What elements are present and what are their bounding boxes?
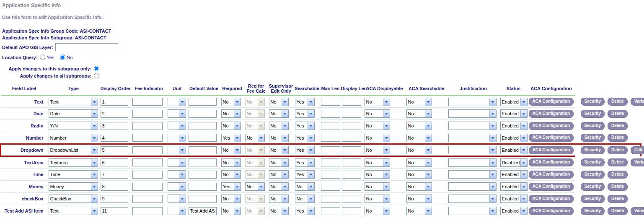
delete-button[interactable]: Delete: [608, 183, 628, 191]
security-button[interactable]: Security: [581, 183, 605, 191]
type-select[interactable]: Text: [49, 98, 98, 106]
unit-select[interactable]: [168, 170, 186, 179]
aca-configuration-button[interactable]: ACA Configuration: [529, 98, 574, 106]
required-select[interactable]: No: [221, 207, 241, 215]
default-value-input[interactable]: [189, 134, 217, 142]
max-len-input[interactable]: [321, 122, 340, 130]
security-button[interactable]: Security: [581, 171, 605, 179]
default-value-input[interactable]: [189, 195, 217, 203]
searchable-select[interactable]: No: [295, 182, 315, 191]
supervisor-edit-only-select[interactable]: No: [269, 134, 289, 142]
max-len-input[interactable]: [321, 134, 340, 142]
status-select[interactable]: Enabled: [500, 207, 528, 215]
req-fee-calc-select[interactable]: No: [245, 207, 265, 215]
supervisor-edit-only-select[interactable]: No: [269, 207, 289, 215]
aca-configuration-button[interactable]: ACA Configuration: [529, 122, 574, 130]
searchable-select[interactable]: Yes: [295, 146, 315, 154]
default-value-input[interactable]: [189, 207, 217, 215]
aca-configuration-button[interactable]: ACA Configuration: [529, 134, 574, 142]
delete-button[interactable]: Delete: [608, 207, 628, 215]
security-button[interactable]: Security: [581, 158, 605, 166]
unit-select[interactable]: [168, 122, 186, 130]
display-order-input[interactable]: [101, 207, 128, 215]
gis-layer-input[interactable]: [55, 43, 118, 51]
unit-select[interactable]: [168, 195, 186, 203]
display-len-input[interactable]: [342, 122, 361, 130]
req-fee-calc-select[interactable]: No: [245, 98, 265, 106]
aca-displayable-select[interactable]: No: [365, 170, 390, 179]
max-len-input[interactable]: [321, 195, 340, 203]
location-query-yes-radio[interactable]: [40, 54, 45, 60]
delete-button[interactable]: Delete: [608, 158, 628, 166]
aca-searchable-select[interactable]: No: [406, 134, 432, 142]
display-len-input[interactable]: [342, 134, 361, 142]
supervisor-edit-only-select[interactable]: No: [269, 109, 289, 118]
unit-select[interactable]: [168, 146, 186, 154]
delete-button[interactable]: Delete: [608, 134, 628, 142]
status-select[interactable]: Enabled: [500, 122, 528, 130]
aca-configuration-button[interactable]: ACA Configuration: [529, 110, 574, 118]
aca-configuration-button[interactable]: ACA Configuration: [529, 146, 574, 154]
searchable-select[interactable]: Yes: [295, 134, 315, 142]
display-order-input[interactable]: [101, 171, 128, 179]
delete-button[interactable]: Delete: [608, 98, 628, 106]
aca-searchable-select[interactable]: No: [406, 146, 432, 154]
justification-select[interactable]: [448, 195, 497, 203]
required-select[interactable]: No: [221, 146, 241, 154]
searchable-select[interactable]: Yes: [295, 207, 315, 215]
max-len-input[interactable]: [321, 171, 340, 179]
req-fee-calc-select[interactable]: No: [245, 182, 265, 191]
default-value-input[interactable]: [189, 98, 217, 106]
req-fee-calc-select[interactable]: No: [245, 122, 265, 130]
security-button[interactable]: Security: [581, 146, 605, 154]
supervisor-edit-only-select[interactable]: No: [269, 98, 289, 106]
apply-subgroup-radio[interactable]: [94, 66, 99, 71]
justification-select[interactable]: [448, 98, 497, 106]
required-select[interactable]: Yes: [221, 182, 241, 191]
required-select[interactable]: No: [221, 158, 241, 167]
aca-configuration-button[interactable]: ACA Configuration: [529, 183, 574, 191]
display-order-input[interactable]: [101, 183, 128, 191]
aca-displayable-select[interactable]: No: [365, 158, 390, 167]
display-len-input[interactable]: [342, 158, 361, 166]
fee-indicator-input[interactable]: [132, 183, 163, 191]
aca-displayable-select[interactable]: No: [365, 182, 390, 191]
req-fee-calc-select[interactable]: No: [245, 195, 265, 203]
fee-indicator-input[interactable]: [132, 158, 163, 166]
supervisor-edit-only-select[interactable]: No: [269, 182, 289, 191]
fee-indicator-input[interactable]: [132, 110, 163, 118]
delete-button[interactable]: Delete: [608, 146, 628, 154]
aca-displayable-select[interactable]: No: [365, 122, 390, 130]
display-len-input[interactable]: [342, 183, 361, 191]
searchable-select[interactable]: Yes: [295, 109, 315, 118]
type-select[interactable]: Y/N: [49, 122, 98, 130]
status-select[interactable]: Enabled: [500, 98, 528, 106]
type-select[interactable]: Date: [49, 109, 98, 118]
searchable-select[interactable]: Yes: [295, 98, 315, 106]
req-fee-calc-select[interactable]: No: [245, 109, 265, 118]
default-value-input[interactable]: [189, 183, 217, 191]
delete-button[interactable]: Delete: [608, 195, 628, 203]
aca-configuration-button[interactable]: ACA Configuration: [529, 158, 574, 166]
justification-select[interactable]: [448, 182, 497, 191]
delete-button[interactable]: Delete: [608, 110, 628, 118]
type-select[interactable]: Money: [49, 182, 98, 191]
display-order-input[interactable]: [101, 110, 128, 118]
required-select[interactable]: No: [221, 122, 241, 130]
justification-select[interactable]: [448, 109, 497, 118]
justification-select[interactable]: [448, 158, 497, 167]
justification-select[interactable]: [448, 170, 497, 179]
aca-displayable-select[interactable]: No: [365, 146, 390, 154]
security-button[interactable]: Security: [581, 207, 605, 215]
type-select[interactable]: DropdownList: [49, 146, 98, 154]
apply-all-radio[interactable]: [94, 73, 99, 78]
extra-action-button[interactable]: Edit: [631, 146, 644, 154]
security-button[interactable]: Security: [581, 195, 605, 203]
searchable-select[interactable]: No: [295, 195, 315, 203]
supervisor-edit-only-select[interactable]: No: [269, 170, 289, 179]
justification-select[interactable]: [448, 207, 497, 215]
required-select[interactable]: No: [221, 109, 241, 118]
max-len-input[interactable]: [321, 110, 340, 118]
aca-displayable-select[interactable]: No: [365, 98, 390, 106]
delete-button[interactable]: Delete: [608, 122, 628, 130]
